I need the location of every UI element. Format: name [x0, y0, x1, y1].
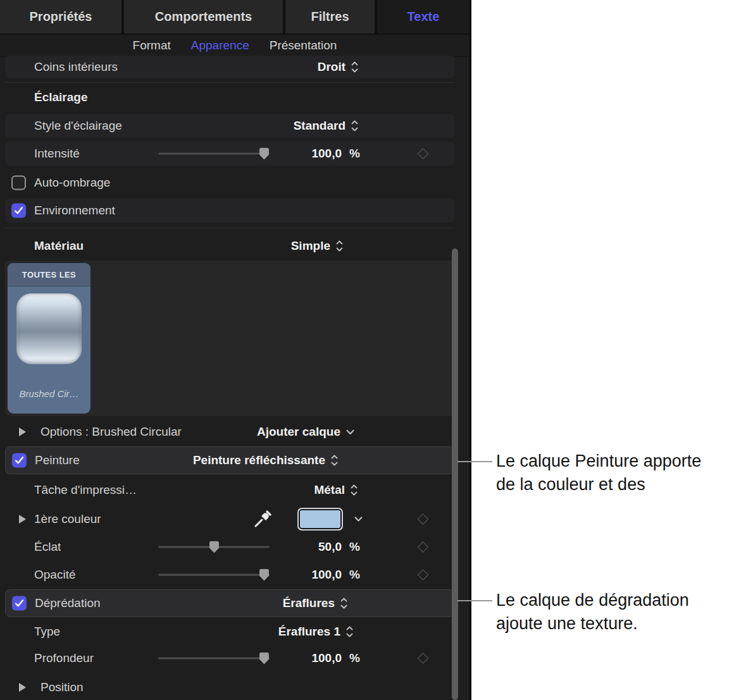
tache-impression-value: Métal [314, 483, 345, 497]
peinture-popup[interactable]: Peinture réfléchissante [193, 453, 338, 467]
opacite-slider[interactable] [158, 574, 270, 576]
disclosure-triangle-icon[interactable] [19, 683, 26, 692]
keyframe-diamond-icon[interactable] [417, 569, 429, 581]
coins-interieurs-label: Coins intérieurs [34, 60, 118, 74]
opacite-slider-thumb[interactable] [259, 569, 269, 581]
disclosure-triangle-icon[interactable] [19, 427, 26, 436]
style-eclairage-value: Standard [294, 119, 345, 133]
material-category-tab[interactable]: TOUTES LES [8, 263, 90, 286]
material-card-selected[interactable]: TOUTES LES Brushed Cir… [8, 263, 90, 414]
material-thumbnail[interactable] [16, 293, 82, 364]
inspector-tab-bar: Propriétés Comportements Filtres Texte [0, 0, 470, 35]
callout-depredation: Le calque de dégradation ajoute une text… [496, 589, 730, 636]
auto-ombrage-label: Auto-ombrage [34, 176, 110, 190]
options-label: Options : Brushed Circular [40, 425, 182, 439]
row-profondeur: Profondeur 100,0 % [5, 646, 454, 670]
style-eclairage-popup[interactable]: Standard [294, 119, 358, 133]
row-materiau: Matériau Simple [5, 234, 454, 258]
intensite-value[interactable]: 100,0 [278, 147, 342, 161]
chevron-down-icon[interactable] [354, 517, 363, 522]
intensite-slider-thumb[interactable] [259, 148, 269, 160]
intensite-slider[interactable] [158, 153, 270, 155]
row-premiere-couleur: 1ère couleur [5, 505, 454, 534]
eclairage-header: Éclairage [34, 90, 88, 104]
eclat-slider-thumb[interactable] [209, 541, 219, 553]
intensite-label: Intensité [34, 147, 80, 161]
disclosure-triangle-icon[interactable] [19, 515, 26, 524]
stepper-icon [351, 120, 358, 132]
profondeur-unit: % [349, 651, 360, 665]
scrollbar-thumb[interactable] [452, 249, 458, 700]
depredation-popup[interactable]: Éraflures [283, 596, 347, 610]
tab-filtres[interactable]: Filtres [285, 0, 375, 34]
auto-ombrage-checkbox[interactable] [11, 176, 26, 190]
material-well: TOUTES LES Brushed Cir… [5, 261, 454, 416]
materiau-label: Matériau [34, 239, 84, 253]
depredation-checkbox[interactable] [12, 596, 27, 611]
ajouter-calque-label: Ajouter calque [257, 425, 340, 439]
type-value: Éraflures 1 [278, 625, 340, 639]
profondeur-slider-thumb[interactable] [259, 653, 269, 665]
callout-line-peinture [457, 461, 492, 462]
eyedropper-icon[interactable] [253, 510, 272, 529]
stepper-icon [346, 626, 353, 637]
material-category-label: TOUTES LES [22, 270, 76, 279]
opacite-value[interactable]: 100,0 [278, 568, 342, 582]
tab-comportements-label: Comportements [155, 9, 252, 24]
text-pane-tabs: Format Apparence Présentation [0, 35, 470, 57]
stepper-icon [331, 455, 338, 466]
tab-filtres-label: Filtres [311, 9, 349, 24]
profondeur-slider[interactable] [158, 658, 270, 660]
checkmark-icon [15, 457, 24, 465]
keyframe-diamond-icon[interactable] [417, 148, 429, 160]
profondeur-label: Profondeur [34, 651, 94, 665]
profondeur-value[interactable]: 100,0 [278, 651, 342, 665]
type-label: Type [34, 625, 60, 639]
intensite-unit: % [349, 147, 360, 161]
eclat-slider[interactable] [158, 546, 270, 548]
row-auto-ombrage: Auto-ombrage [5, 171, 454, 195]
tab-texte[interactable]: Texte [377, 0, 470, 34]
type-popup[interactable]: Éraflures 1 [278, 625, 353, 639]
inspector-panel: Propriétés Comportements Filtres Texte F… [0, 0, 471, 700]
row-coins-interieurs: Coins intérieurs Droit [5, 56, 454, 78]
row-peinture: Peinture Peinture réfléchissante [5, 446, 454, 474]
chevron-down-icon [346, 429, 354, 435]
coins-interieurs-popup[interactable]: Droit [318, 60, 358, 74]
materiau-value: Simple [291, 239, 330, 253]
eclat-unit: % [349, 540, 360, 554]
row-type: Type Éraflures 1 [5, 620, 454, 644]
row-style-eclairage: Style d'éclairage Standard [5, 114, 454, 138]
keyframe-diamond-icon[interactable] [417, 541, 429, 553]
checkmark-icon [14, 207, 23, 215]
style-eclairage-label: Style d'éclairage [34, 119, 122, 133]
materiau-popup[interactable]: Simple [291, 239, 343, 253]
peinture-value: Peinture réfléchissante [193, 453, 325, 467]
opacite-label: Opacité [34, 568, 75, 582]
stepper-icon [340, 598, 347, 609]
row-opacite: Opacité 100,0 % [5, 563, 454, 587]
tab-proprietes[interactable]: Propriétés [0, 0, 121, 34]
stepper-icon [351, 484, 358, 496]
checkmark-icon [15, 599, 24, 608]
subtab-presentation[interactable]: Présentation [270, 39, 337, 52]
environnement-checkbox[interactable] [11, 204, 26, 218]
keyframe-diamond-icon[interactable] [417, 653, 429, 665]
subtab-format[interactable]: Format [133, 39, 171, 52]
ajouter-calque-button[interactable]: Ajouter calque [257, 425, 354, 439]
tache-impression-popup[interactable]: Métal [314, 483, 358, 497]
screenshot-stage: Propriétés Comportements Filtres Texte F… [0, 0, 734, 700]
callout-depredation-line2: ajoute une texture. [496, 612, 730, 636]
color-swatch[interactable] [297, 508, 343, 531]
depredation-label: Déprédation [35, 596, 101, 610]
tache-impression-label: Tâche d'impressi… [34, 483, 137, 497]
peinture-checkbox[interactable] [12, 453, 27, 468]
callout-depredation-line1: Le calque de dégradation [496, 589, 730, 612]
tab-comportements[interactable]: Comportements [124, 0, 283, 34]
eclat-value[interactable]: 50,0 [278, 540, 342, 554]
row-options: Options : Brushed Circular Ajouter calqu… [5, 420, 454, 444]
keyframe-diamond-icon[interactable] [417, 513, 429, 525]
row-depredation: Déprédation Éraflures [5, 589, 454, 617]
depredation-value: Éraflures [283, 596, 335, 610]
subtab-apparence[interactable]: Apparence [191, 39, 249, 52]
